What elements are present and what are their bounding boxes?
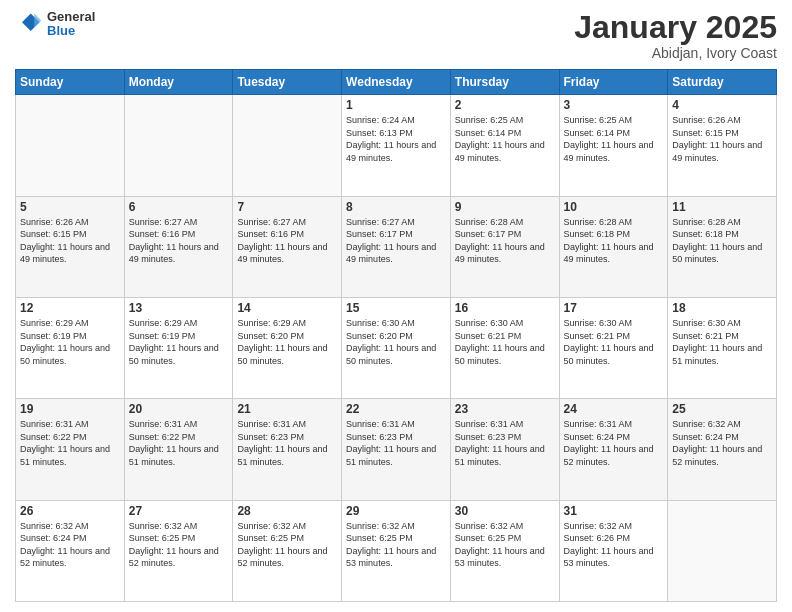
calendar-week-2: 5Sunrise: 6:26 AMSunset: 6:15 PMDaylight… (16, 196, 777, 297)
calendar-cell: 8Sunrise: 6:27 AMSunset: 6:17 PMDaylight… (342, 196, 451, 297)
day-number: 7 (237, 200, 337, 214)
calendar-cell: 4Sunrise: 6:26 AMSunset: 6:15 PMDaylight… (668, 95, 777, 196)
calendar-week-4: 19Sunrise: 6:31 AMSunset: 6:22 PMDayligh… (16, 399, 777, 500)
day-info: Sunrise: 6:28 AMSunset: 6:17 PMDaylight:… (455, 216, 555, 266)
calendar-cell: 2Sunrise: 6:25 AMSunset: 6:14 PMDaylight… (450, 95, 559, 196)
day-info: Sunrise: 6:25 AMSunset: 6:14 PMDaylight:… (455, 114, 555, 164)
day-info: Sunrise: 6:27 AMSunset: 6:17 PMDaylight:… (346, 216, 446, 266)
day-number: 26 (20, 504, 120, 518)
day-number: 16 (455, 301, 555, 315)
day-info: Sunrise: 6:32 AMSunset: 6:25 PMDaylight:… (129, 520, 229, 570)
calendar-header-monday: Monday (124, 70, 233, 95)
page: General Blue January 2025 Abidjan, Ivory… (0, 0, 792, 612)
logo-text: General Blue (47, 10, 95, 39)
calendar-cell: 19Sunrise: 6:31 AMSunset: 6:22 PMDayligh… (16, 399, 125, 500)
calendar-cell: 21Sunrise: 6:31 AMSunset: 6:23 PMDayligh… (233, 399, 342, 500)
calendar-cell: 17Sunrise: 6:30 AMSunset: 6:21 PMDayligh… (559, 297, 668, 398)
calendar-cell: 26Sunrise: 6:32 AMSunset: 6:24 PMDayligh… (16, 500, 125, 601)
day-number: 15 (346, 301, 446, 315)
day-number: 6 (129, 200, 229, 214)
day-info: Sunrise: 6:32 AMSunset: 6:24 PMDaylight:… (20, 520, 120, 570)
day-number: 17 (564, 301, 664, 315)
header: General Blue January 2025 Abidjan, Ivory… (15, 10, 777, 61)
calendar-cell: 29Sunrise: 6:32 AMSunset: 6:25 PMDayligh… (342, 500, 451, 601)
calendar-cell: 23Sunrise: 6:31 AMSunset: 6:23 PMDayligh… (450, 399, 559, 500)
day-number: 23 (455, 402, 555, 416)
day-info: Sunrise: 6:31 AMSunset: 6:22 PMDaylight:… (129, 418, 229, 468)
calendar-cell: 18Sunrise: 6:30 AMSunset: 6:21 PMDayligh… (668, 297, 777, 398)
day-info: Sunrise: 6:32 AMSunset: 6:25 PMDaylight:… (455, 520, 555, 570)
day-info: Sunrise: 6:30 AMSunset: 6:21 PMDaylight:… (564, 317, 664, 367)
calendar-cell: 3Sunrise: 6:25 AMSunset: 6:14 PMDaylight… (559, 95, 668, 196)
day-number: 25 (672, 402, 772, 416)
calendar-cell (16, 95, 125, 196)
day-number: 27 (129, 504, 229, 518)
calendar-week-5: 26Sunrise: 6:32 AMSunset: 6:24 PMDayligh… (16, 500, 777, 601)
calendar-header-wednesday: Wednesday (342, 70, 451, 95)
calendar-header-row: SundayMondayTuesdayWednesdayThursdayFrid… (16, 70, 777, 95)
calendar-cell: 9Sunrise: 6:28 AMSunset: 6:17 PMDaylight… (450, 196, 559, 297)
day-info: Sunrise: 6:27 AMSunset: 6:16 PMDaylight:… (129, 216, 229, 266)
day-number: 31 (564, 504, 664, 518)
day-number: 20 (129, 402, 229, 416)
day-number: 22 (346, 402, 446, 416)
calendar-header-saturday: Saturday (668, 70, 777, 95)
day-info: Sunrise: 6:28 AMSunset: 6:18 PMDaylight:… (672, 216, 772, 266)
calendar-cell: 13Sunrise: 6:29 AMSunset: 6:19 PMDayligh… (124, 297, 233, 398)
day-number: 14 (237, 301, 337, 315)
calendar-cell: 12Sunrise: 6:29 AMSunset: 6:19 PMDayligh… (16, 297, 125, 398)
day-number: 18 (672, 301, 772, 315)
calendar-week-1: 1Sunrise: 6:24 AMSunset: 6:13 PMDaylight… (16, 95, 777, 196)
day-number: 19 (20, 402, 120, 416)
day-info: Sunrise: 6:26 AMSunset: 6:15 PMDaylight:… (20, 216, 120, 266)
calendar-cell: 5Sunrise: 6:26 AMSunset: 6:15 PMDaylight… (16, 196, 125, 297)
day-number: 5 (20, 200, 120, 214)
calendar-cell (668, 500, 777, 601)
day-number: 12 (20, 301, 120, 315)
title-block: January 2025 Abidjan, Ivory Coast (574, 10, 777, 61)
day-number: 29 (346, 504, 446, 518)
calendar-cell (124, 95, 233, 196)
day-info: Sunrise: 6:29 AMSunset: 6:19 PMDaylight:… (129, 317, 229, 367)
calendar-cell: 16Sunrise: 6:30 AMSunset: 6:21 PMDayligh… (450, 297, 559, 398)
day-info: Sunrise: 6:27 AMSunset: 6:16 PMDaylight:… (237, 216, 337, 266)
calendar-cell: 6Sunrise: 6:27 AMSunset: 6:16 PMDaylight… (124, 196, 233, 297)
day-number: 11 (672, 200, 772, 214)
day-info: Sunrise: 6:25 AMSunset: 6:14 PMDaylight:… (564, 114, 664, 164)
logo-icon (15, 10, 43, 38)
location: Abidjan, Ivory Coast (574, 45, 777, 61)
month-title: January 2025 (574, 10, 777, 45)
calendar-cell: 15Sunrise: 6:30 AMSunset: 6:20 PMDayligh… (342, 297, 451, 398)
day-number: 30 (455, 504, 555, 518)
day-info: Sunrise: 6:31 AMSunset: 6:23 PMDaylight:… (237, 418, 337, 468)
calendar-cell: 14Sunrise: 6:29 AMSunset: 6:20 PMDayligh… (233, 297, 342, 398)
day-number: 13 (129, 301, 229, 315)
day-info: Sunrise: 6:32 AMSunset: 6:25 PMDaylight:… (346, 520, 446, 570)
calendar-cell: 20Sunrise: 6:31 AMSunset: 6:22 PMDayligh… (124, 399, 233, 500)
calendar-cell: 25Sunrise: 6:32 AMSunset: 6:24 PMDayligh… (668, 399, 777, 500)
day-info: Sunrise: 6:24 AMSunset: 6:13 PMDaylight:… (346, 114, 446, 164)
calendar-header-tuesday: Tuesday (233, 70, 342, 95)
day-info: Sunrise: 6:31 AMSunset: 6:23 PMDaylight:… (455, 418, 555, 468)
day-number: 1 (346, 98, 446, 112)
day-number: 21 (237, 402, 337, 416)
day-info: Sunrise: 6:32 AMSunset: 6:24 PMDaylight:… (672, 418, 772, 468)
calendar-cell: 11Sunrise: 6:28 AMSunset: 6:18 PMDayligh… (668, 196, 777, 297)
day-info: Sunrise: 6:32 AMSunset: 6:25 PMDaylight:… (237, 520, 337, 570)
day-info: Sunrise: 6:31 AMSunset: 6:24 PMDaylight:… (564, 418, 664, 468)
day-info: Sunrise: 6:31 AMSunset: 6:23 PMDaylight:… (346, 418, 446, 468)
day-info: Sunrise: 6:30 AMSunset: 6:21 PMDaylight:… (672, 317, 772, 367)
day-info: Sunrise: 6:32 AMSunset: 6:26 PMDaylight:… (564, 520, 664, 570)
calendar-week-3: 12Sunrise: 6:29 AMSunset: 6:19 PMDayligh… (16, 297, 777, 398)
calendar-cell: 31Sunrise: 6:32 AMSunset: 6:26 PMDayligh… (559, 500, 668, 601)
day-info: Sunrise: 6:28 AMSunset: 6:18 PMDaylight:… (564, 216, 664, 266)
calendar-table: SundayMondayTuesdayWednesdayThursdayFrid… (15, 69, 777, 602)
day-number: 9 (455, 200, 555, 214)
calendar-cell: 7Sunrise: 6:27 AMSunset: 6:16 PMDaylight… (233, 196, 342, 297)
calendar-cell (233, 95, 342, 196)
day-number: 10 (564, 200, 664, 214)
day-number: 8 (346, 200, 446, 214)
day-info: Sunrise: 6:30 AMSunset: 6:20 PMDaylight:… (346, 317, 446, 367)
day-info: Sunrise: 6:29 AMSunset: 6:20 PMDaylight:… (237, 317, 337, 367)
calendar-cell: 10Sunrise: 6:28 AMSunset: 6:18 PMDayligh… (559, 196, 668, 297)
